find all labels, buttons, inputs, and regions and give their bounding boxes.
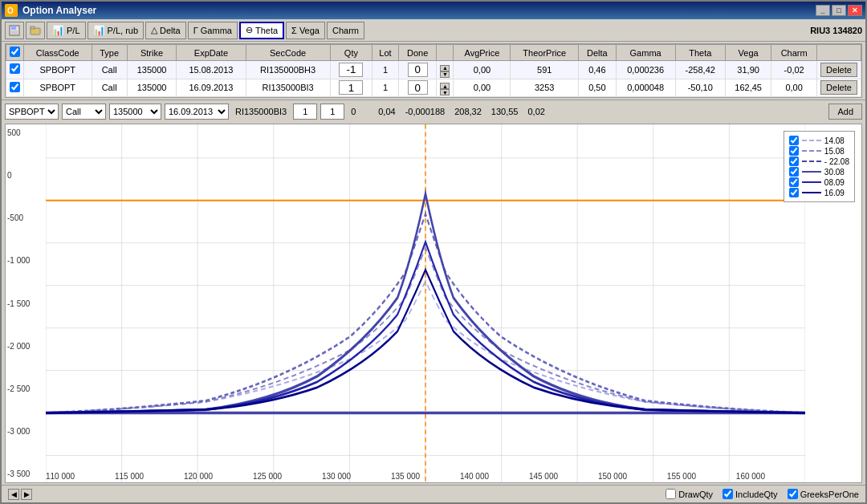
col-seccode: SecCode: [246, 45, 330, 61]
charm-button[interactable]: Charm: [327, 22, 364, 39]
chart-area: 500 0 -500 -1 000 -1 500 -2 000 -2 500 -…: [5, 124, 862, 483]
y-label--1000: -1 000: [7, 256, 44, 265]
scroll-left-button[interactable]: ◀: [8, 489, 19, 500]
delete-button-0[interactable]: Delete: [820, 63, 857, 77]
add-expdate-select[interactable]: 16.09.2013: [165, 104, 229, 120]
legend-check-2208[interactable]: [789, 156, 799, 166]
row-theorprice-0: 591: [511, 61, 579, 79]
legend-label-1408: 14.08: [824, 136, 845, 145]
y-label-500: 500: [7, 128, 44, 137]
x-label-120: 120 000: [184, 472, 213, 481]
row-gamma-1: 0,000048: [616, 79, 675, 97]
row-check-1: [6, 79, 24, 97]
minimize-button[interactable]: _: [816, 5, 830, 16]
legend-item-0809: 08.09: [789, 177, 849, 187]
pl-rub-button[interactable]: 📊 P/L, rub: [88, 22, 144, 39]
row-checkbox-0[interactable]: [10, 63, 20, 74]
drawqty-checkbox[interactable]: [666, 489, 676, 499]
y-label--3500: -3 500: [7, 469, 44, 478]
spin-up-0[interactable]: ▲: [440, 65, 450, 71]
legend-check-0809[interactable]: [789, 177, 799, 187]
col-theorprice: TheorPrice: [511, 45, 579, 61]
row-strike-1: 135000: [127, 79, 177, 97]
done-input-1[interactable]: [408, 80, 428, 95]
y-label-0: 0: [7, 171, 44, 180]
add-theta-text: 208,32: [451, 107, 485, 116]
legend-label-0809: 08.09: [824, 178, 845, 187]
legend-check-1408[interactable]: [789, 136, 799, 145]
main-window: O Option Analyser _ □ ✕ 📊 P/L 📊 P/L, rub…: [0, 0, 867, 504]
row-checkbox-1[interactable]: [10, 82, 20, 92]
greeksperone-checkbox[interactable]: [788, 489, 798, 499]
row-theta-0: -258,42: [675, 61, 725, 79]
row-qty-1[interactable]: [330, 79, 372, 97]
add-classcode-select[interactable]: SPBOPT: [5, 104, 59, 120]
x-label-135: 135 000: [391, 472, 420, 481]
spin-down-0[interactable]: ▼: [440, 71, 450, 78]
col-gamma: Gamma: [616, 45, 675, 61]
col-action: [817, 45, 861, 61]
row-theta-1: -50,10: [675, 79, 725, 97]
done-input-0[interactable]: [408, 63, 428, 77]
row-done-1[interactable]: [398, 79, 437, 97]
legend-check-3008[interactable]: [789, 167, 799, 177]
add-strike-select[interactable]: 135000: [109, 104, 161, 120]
gamma-label: Gamma: [201, 26, 232, 35]
gamma-button[interactable]: Γ Gamma: [188, 22, 238, 39]
y-label--1500: -1 500: [7, 299, 44, 308]
scroll-right-button[interactable]: ▶: [21, 489, 32, 500]
theta-button[interactable]: ⊖ Theta: [239, 22, 284, 39]
close-button[interactable]: ✕: [848, 5, 862, 16]
spin-up-1[interactable]: ▲: [440, 83, 450, 89]
legend-line-1609: [802, 192, 821, 193]
add-done-text: 0: [348, 107, 372, 116]
qty-input-1[interactable]: [339, 80, 363, 95]
row-charm-1: 0,00: [771, 79, 817, 97]
legend-check-1508[interactable]: [789, 146, 799, 156]
legend-check-1609[interactable]: [789, 188, 799, 197]
row-avgprice-1: 0,00: [454, 79, 511, 97]
add-seccode-text: RI135000BI3: [232, 107, 290, 116]
row-qty-0[interactable]: [330, 61, 372, 79]
x-label-150: 150 000: [598, 472, 627, 481]
vega-label: Vega: [299, 26, 320, 35]
maximize-button[interactable]: □: [832, 5, 846, 16]
add-row: SPBOPT Call 135000 16.09.2013 RI135000BI…: [2, 100, 865, 122]
col-theta: Theta: [675, 45, 725, 61]
legend-label-3008: 30.08: [824, 168, 845, 177]
title-bar: O Option Analyser _ □ ✕: [2, 2, 865, 19]
x-label-155: 155 000: [667, 472, 696, 481]
qty-input-0[interactable]: [339, 63, 363, 77]
row-delete-0: Delete: [817, 61, 861, 79]
legend-item-1408: 14.08: [789, 136, 849, 145]
includeqty-checkbox[interactable]: [722, 489, 733, 499]
save-button[interactable]: [5, 22, 24, 39]
greeksperone-text: GreeksPerOne: [800, 490, 859, 499]
spin-down-1[interactable]: ▼: [440, 89, 450, 96]
chart-legend: 14.08 15.08 - 22.08 30.08 08.09: [784, 131, 855, 202]
pl-button[interactable]: 📊 P/L: [47, 22, 86, 39]
y-label--3000: -3 000: [7, 427, 44, 436]
col-done: Done: [398, 45, 437, 61]
chart-svg: [46, 124, 805, 482]
row-type-1: Call: [92, 79, 127, 97]
delete-button-1[interactable]: Delete: [820, 80, 857, 95]
add-type-select[interactable]: Call: [62, 104, 106, 120]
delta-button[interactable]: △ Delta: [145, 22, 186, 39]
legend-item-3008: 30.08: [789, 167, 849, 177]
add-qty-input[interactable]: [293, 104, 317, 120]
vega-button[interactable]: Σ Vega: [286, 22, 325, 39]
select-all-checkbox[interactable]: [10, 47, 20, 57]
row-done-0[interactable]: [398, 61, 437, 79]
includeqty-label: IncludeQty: [722, 489, 778, 499]
open-button[interactable]: [26, 22, 45, 39]
window-controls: _ □ ✕: [816, 5, 862, 16]
y-label--2500: -2 500: [7, 384, 44, 393]
legend-item-1609: 16.09: [789, 188, 849, 197]
add-lot-input[interactable]: [320, 104, 344, 120]
col-classcode: ClassCode: [24, 45, 92, 61]
table-row: SPBOPT Call 135000 15.08.2013 RI135000BH…: [6, 61, 861, 79]
add-button[interactable]: Add: [828, 104, 862, 120]
y-label--2000: -2 000: [7, 342, 44, 351]
col-qty: Qty: [330, 45, 372, 61]
